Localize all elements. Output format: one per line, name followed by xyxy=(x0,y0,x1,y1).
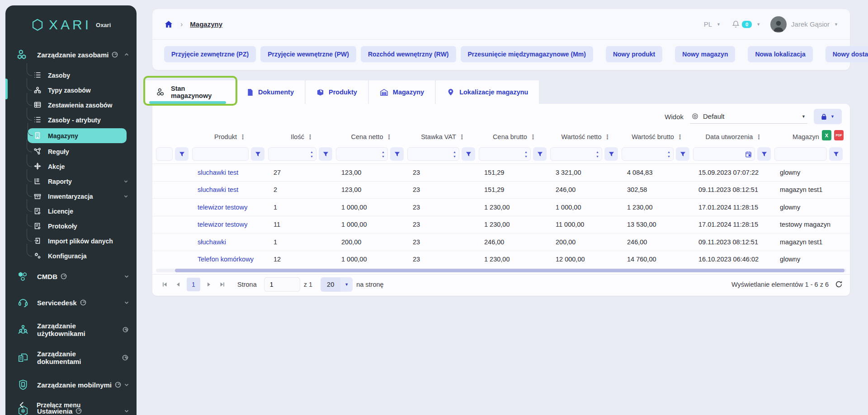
calendar-icon[interactable] xyxy=(745,151,755,158)
sidebar-item-import-plikow[interactable]: Import plików danych xyxy=(27,233,132,248)
tab-stan-magazynowy[interactable]: Stan magazynowy xyxy=(146,80,235,104)
product-link[interactable]: telewizor testowy xyxy=(198,221,247,228)
table-row[interactable]: telewizor testowy 1 1 000,00 23 1 230,00… xyxy=(152,198,850,216)
gauge-icon[interactable] xyxy=(61,273,67,280)
brand-logo[interactable]: XARI Oxari xyxy=(5,5,137,42)
number-stepper[interactable]: ▲▼ xyxy=(524,150,530,158)
filter-funnel-button[interactable] xyxy=(319,147,332,161)
last-page-button[interactable] xyxy=(217,280,227,289)
column-menu-icon[interactable]: ⋮ xyxy=(240,133,246,140)
chevron-down-icon[interactable]: ▼ xyxy=(756,22,760,27)
tab-magazyny[interactable]: Magazyny xyxy=(369,80,435,104)
previous-page-button[interactable] xyxy=(173,280,183,289)
number-stepper[interactable]: ▲▼ xyxy=(453,150,459,158)
sidebar-item-zasoby-atrybuty[interactable]: Zasoby - atrybuty xyxy=(27,112,132,127)
filter-funnel-button[interactable] xyxy=(757,147,771,161)
filter-input-produkt[interactable] xyxy=(193,151,248,158)
avatar[interactable] xyxy=(770,16,787,33)
page-number-input[interactable] xyxy=(264,277,300,292)
rw-button[interactable]: Rozchód wewnętrzny (RW) xyxy=(361,46,456,62)
current-page-button[interactable]: 1 xyxy=(187,278,200,291)
gauge-icon[interactable] xyxy=(80,299,86,306)
sidebar-item-konfiguracja[interactable]: Konfiguracja xyxy=(27,248,132,263)
table-row[interactable]: słuchawki 1 200,00 23 246,00 200,00 246,… xyxy=(152,233,850,251)
lock-view-button[interactable]: ▼ xyxy=(814,109,842,124)
sidebar-item-reguly[interactable]: Reguły xyxy=(27,144,132,159)
filter-funnel-button[interactable] xyxy=(251,147,264,161)
column-menu-icon[interactable]: ⋮ xyxy=(755,133,762,140)
sidebar-item-zestawienia-zasobow[interactable]: Zestawienia zasobów xyxy=(27,98,132,112)
chevron-down-icon[interactable]: ▼ xyxy=(717,22,721,27)
new-warehouse-button[interactable]: Nowy magazyn xyxy=(675,46,735,62)
collapse-menu-button[interactable]: Przełącz menu xyxy=(5,396,137,415)
filter-funnel-button[interactable] xyxy=(533,147,547,161)
filter-funnel-button[interactable] xyxy=(175,147,189,161)
pw-button[interactable]: Przyjęcie wewnętrzne (PW) xyxy=(260,46,356,62)
chevron-up-icon[interactable] xyxy=(124,52,129,57)
filter-funnel-button[interactable] xyxy=(390,147,404,161)
column-menu-icon[interactable]: ⋮ xyxy=(677,133,683,140)
sidebar-section-cmdb[interactable]: CMDB xyxy=(5,263,137,289)
per-page-select[interactable]: 20 ▼ xyxy=(321,277,353,292)
product-link[interactable]: sluchawki test xyxy=(198,186,238,193)
filter-input-wartosc-netto[interactable] xyxy=(551,151,596,158)
table-row[interactable]: sluchawki test 2 123,00 23 151,29 246,00… xyxy=(152,181,850,199)
column-header-ilosc[interactable]: Ilość xyxy=(291,133,304,140)
sidebar-item-magazyny-active[interactable]: Magazyny xyxy=(28,128,127,143)
refresh-icon[interactable] xyxy=(835,280,843,288)
gauge-icon[interactable] xyxy=(115,382,121,388)
table-row[interactable]: telewizor testowy 11 1 000,00 23 1 230,0… xyxy=(152,216,850,233)
column-header-produkt[interactable]: Produkt xyxy=(214,133,237,140)
column-menu-icon[interactable]: ⋮ xyxy=(604,133,610,140)
sidebar-item-raporty[interactable]: Raporty xyxy=(27,174,132,189)
filter-input-wartosc-brutto[interactable] xyxy=(622,151,667,158)
filter-input-data[interactable] xyxy=(693,151,745,158)
product-link[interactable]: sluchawki test xyxy=(198,169,238,176)
new-location-button[interactable]: Nowa lokalizacja xyxy=(748,46,812,62)
column-header-cena-netto[interactable]: Cena netto xyxy=(351,133,383,140)
product-link[interactable]: Telefon komórkowy xyxy=(198,256,254,263)
next-page-button[interactable] xyxy=(204,280,214,289)
filter-input-magazyn[interactable] xyxy=(775,151,826,158)
sidebar-section-zarzadzanie-zasobami[interactable]: Zarządzanie zasobami xyxy=(5,42,137,68)
tab-lokalizacje-magazynu[interactable]: Lokalizacje magazynu xyxy=(436,80,539,104)
filter-funnel-button[interactable] xyxy=(676,147,689,161)
filter-input-ilosc[interactable] xyxy=(269,151,310,158)
column-header-wartosc-brutto[interactable]: Wartość brutto xyxy=(632,133,674,140)
export-pdf-icon[interactable]: PDF xyxy=(834,130,844,140)
tab-dokumenty[interactable]: Dokumenty xyxy=(236,80,305,104)
sidebar-item-licencje[interactable]: Licencje xyxy=(27,204,132,219)
table-row[interactable]: Telefon komórkowy 12 1 000,00 23 1 230,0… xyxy=(152,251,850,268)
column-menu-icon[interactable]: ⋮ xyxy=(386,133,392,140)
table-row[interactable]: sluchawki test 27 123,00 23 151,29 3 321… xyxy=(152,163,850,181)
filter-funnel-button[interactable] xyxy=(829,147,843,161)
view-select[interactable]: Default ▼ xyxy=(690,109,807,124)
filter-input-cena-netto[interactable] xyxy=(336,151,382,158)
home-icon[interactable] xyxy=(164,20,173,29)
new-product-button[interactable]: Nowy produkt xyxy=(606,46,662,62)
column-header-wartosc-netto[interactable]: Wartość netto xyxy=(561,133,602,140)
number-stepper[interactable]: ▲▼ xyxy=(382,150,387,158)
number-stepper[interactable]: ▲▼ xyxy=(596,150,602,158)
scrollbar-thumb[interactable] xyxy=(175,269,844,272)
column-menu-icon[interactable]: ⋮ xyxy=(307,133,313,140)
tab-produkty[interactable]: Produkty xyxy=(306,80,368,104)
filter-input-stawka-vat[interactable] xyxy=(408,151,453,158)
column-menu-icon[interactable]: ⋮ xyxy=(459,133,465,140)
filter-funnel-button[interactable] xyxy=(462,147,475,161)
sidebar-section-servicedesk[interactable]: Servicedesk xyxy=(5,289,137,316)
sidebar-item-zasoby[interactable]: Zasoby xyxy=(27,68,132,83)
export-excel-icon[interactable]: X xyxy=(822,130,831,140)
column-header-data-utworzenia[interactable]: Data utworzenia xyxy=(706,133,753,140)
new-supplier-button[interactable]: Nowy dostawca xyxy=(826,46,868,62)
column-header-cena-brutto[interactable]: Cena brutto xyxy=(493,133,527,140)
breadcrumb-page-link[interactable]: Magazyny xyxy=(190,20,222,28)
sidebar-item-inwentaryzacja[interactable]: Inwentaryzacja xyxy=(27,189,132,204)
notifications-button[interactable]: 0 xyxy=(731,20,752,28)
sidebar-item-akcje[interactable]: Akcje xyxy=(27,159,132,174)
first-page-button[interactable] xyxy=(160,280,170,289)
mm-button[interactable]: Przesunięcie międzymagazynowe (Mm) xyxy=(461,46,593,62)
sidebar-section-zarzadzanie-mobilnymi[interactable]: Zarządzanie mobilnymi xyxy=(5,372,137,398)
sidebar-item-typy-zasobow[interactable]: Typy zasobów xyxy=(27,83,132,98)
filter-input[interactable] xyxy=(156,151,172,158)
